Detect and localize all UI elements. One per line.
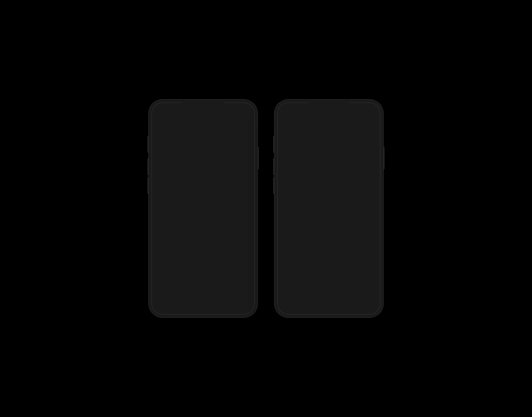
tech-nav-icons: 📅 ✏️ — [357, 117, 375, 124]
article-content-4: BMW Executive Says Electric Cars Will Al… — [295, 207, 376, 228]
unread-dot-6 — [286, 261, 288, 264]
article-item[interactable]: ★ Halide and Focal Depth on iPhone XR Jo… — [277, 186, 381, 203]
back-label: Feeds — [286, 117, 299, 123]
search-icon: 🔍 — [160, 143, 165, 147]
list-item[interactable]: Six Colors — [151, 309, 255, 311]
article-source-5: Andrei Frumusanu · AnandTech — [295, 241, 342, 245]
search-placeholder: Search Feeds — [167, 142, 193, 147]
list-item[interactable]: Tech 7 — [151, 227, 255, 240]
smart-feeds-header: SMART FEEDS — [151, 153, 255, 162]
list-item[interactable]: Asymco 0 — [151, 268, 255, 281]
article-time-6: 11h — [370, 270, 376, 274]
signal-icon-right — [358, 108, 362, 112]
wifi-icon-left: ▲ — [238, 108, 241, 112]
left-phone: 9:41 ▲ ⚙ 🔥 — [149, 99, 258, 318]
search-bar[interactable]: 🔍 Search Feeds — [157, 140, 249, 149]
tech-nav: ‹ Feeds 📅 ✏️ — [283, 117, 375, 124]
tech-screen-content: ‹ Feeds 📅 ✏️ Tech ★ Fifty Years of BASI — [277, 115, 381, 315]
feed-count-appreviews: 2 — [247, 204, 249, 209]
status-icons-right: ▲ — [358, 108, 374, 112]
status-icons-left: ▲ — [232, 108, 248, 112]
list-item[interactable]: App Reviews 2 — [151, 199, 255, 213]
feed-count-alist: 0 — [247, 300, 249, 304]
article-title-4: BMW Executive Says Electric Cars Will Al… — [295, 207, 376, 223]
back-chevron-icon: ‹ — [283, 117, 285, 124]
article-source-7: Dave Mark · The Loop — [295, 288, 328, 292]
article-icon-df3: ★ — [282, 207, 292, 217]
article-item[interactable]: iPhone XR review: Bright colors, best va… — [277, 163, 381, 186]
list-item[interactable]: ★ Daring Fireball 0 — [151, 240, 255, 254]
list-item[interactable]: Unread 34 — [151, 162, 255, 176]
article-source-2: Jason Snell · Six Colors — [295, 178, 331, 182]
bookmarks-icon — [157, 179, 165, 187]
alist-icon: ✦✦ — [163, 298, 170, 306]
article-item[interactable]: Kbase Article of the Week: How to Identi… — [277, 249, 381, 278]
svg-rect-3 — [233, 121, 234, 123]
feed-count-unread: 34 — [244, 167, 249, 172]
feed-count-tech: 7 — [247, 231, 249, 236]
article-content-5: OnePlus Announces the OnePlus 6T Andrei … — [295, 235, 376, 246]
svg-rect-9 — [164, 288, 166, 290]
svg-rect-7 — [164, 286, 166, 288]
svg-rect-13 — [285, 258, 288, 258]
list-item[interactable]: Bookmarks 36 — [151, 176, 255, 190]
unread-icon — [157, 165, 165, 173]
wifi-icon-right: ▲ — [363, 108, 366, 112]
article-meta-1: John Gruber · Daring Fireball 7h — [295, 155, 376, 159]
svg-rect-14 — [285, 259, 287, 259]
article-time-1: 7h — [372, 155, 376, 159]
list-item[interactable]: iOS 2 — [151, 213, 255, 227]
list-item[interactable]: ∞ The Loop 4 — [151, 254, 255, 268]
list-item[interactable]: ✦✦ A List Apart: The Full Feed 0 — [151, 295, 255, 309]
svg-rect-1 — [233, 119, 234, 120]
asymco-icon — [163, 271, 170, 278]
feed-name-ios: iOS — [168, 217, 247, 222]
feed-count-df: 0 — [247, 245, 249, 250]
pixels-icon — [163, 284, 170, 292]
status-bar-left: 9:41 ▲ — [151, 102, 255, 115]
article-item[interactable]: ★ BMW Executive Says Electric Cars Will … — [277, 203, 381, 232]
feeds-header: ⚙ 🔥 + Feeds — [151, 115, 255, 153]
article-title-1: Fifty Years of BASIC, the Language That … — [295, 143, 376, 154]
add-feed-button[interactable]: + — [241, 117, 249, 125]
article-title-2: iPhone XR review: Bright colors, best va… — [295, 166, 376, 177]
feeds-nav: ⚙ 🔥 + — [157, 117, 249, 125]
back-button[interactable]: ‹ Feeds — [283, 117, 299, 124]
article-content-6: Kbase Article of the Week: How to Identi… — [295, 253, 376, 274]
calendar-button[interactable]: 📅 — [357, 117, 364, 124]
article-icon-loop: ∞ — [282, 281, 292, 292]
article-content-7: Mnemonic generator Dave Mark · The Loop … — [295, 281, 376, 292]
article-meta-2: Jason Snell · Six Colors 8h — [295, 178, 376, 182]
svg-rect-8 — [167, 286, 169, 288]
article-time-3: 8h — [372, 196, 376, 200]
phone-screen-right: 9:41 ▲ ‹ Feeds — [277, 102, 381, 315]
gear-button[interactable]: ⚙ — [157, 117, 165, 125]
feeds-list: SMART FEEDS Unread 34 Boo — [151, 153, 255, 311]
article-item[interactable]: ∞ Mnemonic generator Dave Mark · The Loo… — [277, 278, 381, 295]
right-phone: 9:41 ▲ ‹ Feeds — [274, 99, 383, 318]
tech-header: ‹ Feeds 📅 ✏️ Tech — [277, 115, 381, 140]
article-content-1: Fifty Years of BASIC, the Language That … — [295, 143, 376, 159]
feeds-screen-content: ⚙ 🔥 + Feeds — [151, 115, 255, 315]
article-icon-op: 1+ — [282, 236, 292, 246]
signal-icon-left — [232, 108, 236, 112]
list-item[interactable]: 512 Pixels 1 — [151, 281, 255, 295]
unread-dot-7 — [286, 290, 288, 292]
tech-icon — [157, 229, 165, 237]
feed-count-ios: 2 — [247, 217, 249, 222]
feed-name-bookmarks: Bookmarks — [168, 180, 244, 186]
article-icon-df1: ★ — [282, 144, 292, 154]
article-item[interactable]: 1+ OnePlus Announces the OnePlus 6T Andr… — [277, 232, 381, 249]
status-time-left: 9:41 — [158, 108, 167, 112]
svg-rect-12 — [285, 257, 289, 257]
download-button[interactable] — [229, 117, 236, 125]
edit-button[interactable]: ✏️ — [368, 117, 375, 124]
article-meta-6: Stephen Hackett · 512 Pixels 11h — [295, 270, 376, 274]
article-item[interactable]: ★ Fifty Years of BASIC, the Language Tha… — [277, 140, 381, 163]
flame-button[interactable]: 🔥 — [216, 117, 224, 125]
feed-count-512pixels: 1 — [247, 286, 249, 291]
article-icon-sc — [282, 167, 292, 177]
feed-name-tech: Tech — [168, 231, 247, 236]
feed-name-asymco: Asymco — [174, 272, 247, 277]
status-time-right: 9:41 — [284, 108, 292, 112]
